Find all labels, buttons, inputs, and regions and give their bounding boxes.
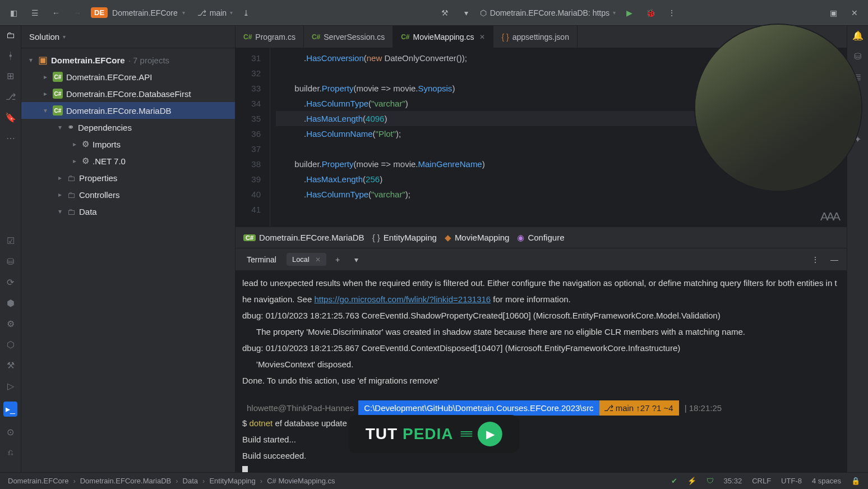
database-icon[interactable]: ⛁ <box>7 256 14 267</box>
tree-item[interactable]: ▾🗀Data <box>21 203 235 220</box>
project-selector[interactable]: DE Dometrain.EFCore ▾ <box>91 7 185 18</box>
breadcrumb-label: Configure <box>528 233 564 242</box>
chevron-icon: ▾ <box>56 123 64 131</box>
chevron-icon: ▸ <box>71 157 79 165</box>
code-line[interactable] <box>276 202 847 217</box>
status-lock-icon[interactable]: 🔒 <box>851 477 860 485</box>
commit-icon[interactable]: ⍿ <box>8 50 13 61</box>
terminal-output[interactable]: lead to unexpected results when the requ… <box>236 271 847 472</box>
vcs-update-icon[interactable]: ⤓ <box>238 5 254 21</box>
breadcrumb-class[interactable]: ◆ MovieMapping <box>445 233 510 243</box>
hamburger-icon[interactable]: ☰ <box>27 5 43 21</box>
terminal-link[interactable]: https://go.microsoft.com/fwlink/?linkid=… <box>314 294 491 304</box>
tree-label: Controllers <box>79 190 120 200</box>
chevron-icon: ▸ <box>56 191 64 199</box>
status-path-segment[interactable]: EntityMapping <box>209 477 255 485</box>
settings-icon[interactable]: ⚙ <box>7 319 15 329</box>
tree-item[interactable]: ▸🗀Controllers <box>21 186 235 203</box>
chevron-down-icon[interactable]: ▾ <box>459 5 474 21</box>
status-path-segment[interactable]: C# MovieMapping.cs <box>267 477 335 485</box>
tree-item[interactable]: ▸C#Dometrain.EFCore.API <box>21 68 235 85</box>
tree-item[interactable]: ▾C#Dometrain.EFCore.MariaDB <box>21 102 235 119</box>
chevron-down-icon[interactable]: ▾ <box>349 252 364 267</box>
status-eol[interactable]: CRLF <box>752 477 771 485</box>
run-config-selector[interactable]: ⬡ Dometrain.EFCore.MariaDB: https ▾ <box>480 8 616 17</box>
watermark: TUT PEDIA ≡≡ ▶ <box>349 415 519 453</box>
event-log-icon[interactable]: ⊙ <box>7 427 14 437</box>
debug-icon[interactable]: 🐞 <box>643 5 658 21</box>
package-icon: ⚙ <box>82 139 89 149</box>
refresh-icon[interactable]: ⟳ <box>7 277 14 288</box>
status-path[interactable]: Dometrain.EFCore›Dometrain.EFCore.MariaD… <box>8 477 335 485</box>
app-icon[interactable]: ◧ <box>6 5 21 21</box>
add-terminal-icon[interactable]: + <box>330 252 345 267</box>
solution-icon: ▣ <box>38 54 48 66</box>
layout-icon[interactable]: ▣ <box>825 5 841 21</box>
chevron-right-icon: › <box>202 477 205 485</box>
font-size-icon[interactable]: AAA <box>820 210 839 223</box>
todo-icon[interactable]: ☑ <box>7 236 15 246</box>
terminal-tab-main[interactable]: Terminal <box>240 252 283 267</box>
minimize-icon[interactable]: — <box>827 252 842 267</box>
status-encoding[interactable]: UTF-8 <box>781 477 802 485</box>
more-icon[interactable]: ⋯ <box>6 133 15 144</box>
more-icon[interactable]: ⋮ <box>664 5 680 21</box>
git-branch-icon[interactable]: ⎇ <box>6 91 16 102</box>
tree-meta: · 7 projects <box>128 56 169 65</box>
vcs-icon[interactable]: ⎌ <box>8 448 13 458</box>
chevron-down-icon: ▾ <box>63 34 66 40</box>
terminal-icon[interactable]: ▸_ <box>3 402 17 417</box>
tree-solution-root[interactable]: ▾ ▣ Dometrain.EFCore · 7 projects <box>21 52 235 68</box>
status-path-segment[interactable]: Dometrain.EFCore <box>8 477 68 485</box>
breadcrumb-project[interactable]: C# Dometrain.EFCore.MariaDB <box>243 233 364 242</box>
tree-item[interactable]: ▸C#Dometrain.EFCore.DatabaseFirst <box>21 85 235 102</box>
run-icon[interactable]: ▶ <box>621 5 637 21</box>
build-icon[interactable]: ⚒ <box>437 5 453 21</box>
tree-item[interactable]: ▸🗀Properties <box>21 169 235 186</box>
explorer-icon[interactable]: 🗀 <box>6 30 15 40</box>
tree-label: .NET 7.0 <box>93 156 126 166</box>
status-path-segment[interactable]: Data <box>183 477 198 485</box>
tree-item[interactable]: ▸⚙Imports <box>21 136 235 153</box>
tree-item[interactable]: ▸⚙.NET 7.0 <box>21 153 235 169</box>
solution-explorer: Solution ▾ ▾ ▣ Dometrain.EFCore · 7 proj… <box>21 26 236 472</box>
run-icon[interactable]: ▷ <box>7 381 14 391</box>
close-icon[interactable]: ✕ <box>847 5 862 21</box>
bookmark-icon[interactable]: 🔖 <box>5 112 16 123</box>
breadcrumb-method[interactable]: ◉ Configure <box>517 233 564 243</box>
solution-tree[interactable]: ▾ ▣ Dometrain.EFCore · 7 projects ▸C#Dom… <box>21 48 235 472</box>
terminal-line: for more information. <box>491 294 571 304</box>
breadcrumb-namespace[interactable]: { } EntityMapping <box>372 233 437 242</box>
terminal-prompt: hlowette@ThinkPad-HannesC:\Development\G… <box>242 400 840 416</box>
nav-back-icon[interactable]: ← <box>48 5 64 21</box>
solution-header[interactable]: Solution ▾ <box>21 26 235 48</box>
folder-icon: 🗀 <box>67 207 76 216</box>
csharp-icon: C# <box>312 33 320 41</box>
problems-icon[interactable]: ⬡ <box>7 339 15 350</box>
more-icon[interactable]: ⋮ <box>807 252 823 267</box>
status-ok-icon[interactable]: ✔ <box>671 477 677 485</box>
build-icon[interactable]: ⚒ <box>7 360 15 371</box>
terminal-tab-local[interactable]: Local ✕ <box>287 253 326 266</box>
notifications-icon[interactable]: 🔔 <box>852 30 864 41</box>
tree-item[interactable]: ▾⚭Dependencies <box>21 119 235 136</box>
status-power-icon[interactable]: ⚡ <box>687 477 696 485</box>
status-shield-icon[interactable]: 🛡 <box>707 477 714 485</box>
terminal-panel: Terminal Local ✕ + ▾ ⋮ — lead to unexpec… <box>236 248 847 472</box>
branch-selector[interactable]: ⎇ main ▾ <box>197 8 233 17</box>
status-position[interactable]: 35:32 <box>724 477 742 485</box>
nav-forward-icon[interactable]: → <box>70 5 85 21</box>
editor-tab[interactable]: C#Program.cs <box>236 26 304 48</box>
editor-tab[interactable]: C#ServerSession.cs <box>304 26 393 48</box>
close-icon[interactable]: ✕ <box>479 33 485 41</box>
services-icon[interactable]: ⬢ <box>7 298 15 308</box>
status-path-segment[interactable]: Dometrain.EFCore.MariaDB <box>80 477 172 485</box>
database-icon[interactable]: ⛁ <box>854 51 861 62</box>
status-indent[interactable]: 4 spaces <box>812 477 841 485</box>
close-icon[interactable]: ✕ <box>315 256 321 264</box>
prompt-path: C:\Development\GitHub\Dometrain.Courses.… <box>358 400 599 416</box>
editor-tab[interactable]: { }appsettings.json <box>493 26 577 48</box>
editor-tab[interactable]: C#MovieMapping.cs✕ <box>393 26 493 48</box>
tree-label: Dependencies <box>78 123 132 132</box>
structure-icon[interactable]: ⊞ <box>7 71 14 81</box>
